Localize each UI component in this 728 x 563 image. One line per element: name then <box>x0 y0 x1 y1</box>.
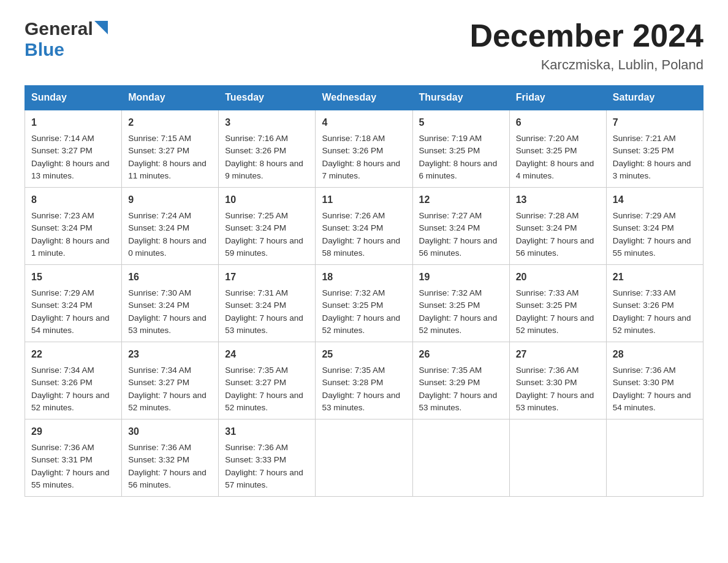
daylight-text: Daylight: 8 hours and 9 minutes. <box>225 159 303 180</box>
day-number: 23 <box>128 347 212 362</box>
day-number: 29 <box>31 424 115 439</box>
calendar-cell <box>316 419 412 497</box>
days-header-row: SundayMondayTuesdayWednesdayThursdayFrid… <box>25 86 703 110</box>
sunrise-text: Sunrise: 7:20 AM <box>516 134 579 143</box>
sunrise-text: Sunrise: 7:36 AM <box>613 366 676 375</box>
sunset-text: Sunset: 3:24 PM <box>128 301 189 310</box>
day-header-thursday: Thursday <box>412 86 509 110</box>
logo-general-text: General <box>25 18 93 39</box>
sunset-text: Sunset: 3:27 PM <box>225 378 286 387</box>
calendar-cell: 17Sunrise: 7:31 AMSunset: 3:24 PMDayligh… <box>219 265 316 342</box>
logo: General Blue <box>25 18 108 60</box>
sunrise-text: Sunrise: 7:29 AM <box>613 211 676 220</box>
day-number: 3 <box>225 115 309 130</box>
daylight-text: Daylight: 7 hours and 53 minutes. <box>516 391 594 412</box>
calendar-cell: 11Sunrise: 7:26 AMSunset: 3:24 PMDayligh… <box>316 188 412 265</box>
sunrise-text: Sunrise: 7:19 AM <box>419 134 482 143</box>
daylight-text: Daylight: 7 hours and 53 minutes. <box>322 391 400 412</box>
sunrise-text: Sunrise: 7:35 AM <box>225 366 288 375</box>
calendar-cell: 10Sunrise: 7:25 AMSunset: 3:24 PMDayligh… <box>219 188 316 265</box>
day-header-sunday: Sunday <box>25 86 122 110</box>
sunset-text: Sunset: 3:26 PM <box>31 378 93 387</box>
day-number: 8 <box>31 193 115 207</box>
calendar-cell <box>509 419 606 497</box>
sunrise-text: Sunrise: 7:34 AM <box>31 366 94 375</box>
sunset-text: Sunset: 3:24 PM <box>225 301 286 310</box>
sunset-text: Sunset: 3:26 PM <box>322 146 383 155</box>
calendar-week-1: 1Sunrise: 7:14 AMSunset: 3:27 PMDaylight… <box>25 110 703 188</box>
sunrise-text: Sunrise: 7:35 AM <box>322 366 385 375</box>
daylight-text: Daylight: 7 hours and 52 minutes. <box>31 391 110 412</box>
calendar-cell: 13Sunrise: 7:28 AMSunset: 3:24 PMDayligh… <box>509 188 606 265</box>
calendar-cell: 20Sunrise: 7:33 AMSunset: 3:25 PMDayligh… <box>509 265 606 342</box>
sunset-text: Sunset: 3:24 PM <box>322 223 383 232</box>
sunset-text: Sunset: 3:27 PM <box>128 146 189 155</box>
day-number: 15 <box>31 270 115 285</box>
daylight-text: Daylight: 7 hours and 54 minutes. <box>613 391 691 412</box>
sunset-text: Sunset: 3:28 PM <box>322 378 383 387</box>
calendar-cell: 4Sunrise: 7:18 AMSunset: 3:26 PMDaylight… <box>316 110 412 188</box>
calendar-cell: 9Sunrise: 7:24 AMSunset: 3:24 PMDaylight… <box>122 188 219 265</box>
sunrise-text: Sunrise: 7:24 AM <box>128 211 191 220</box>
daylight-text: Daylight: 7 hours and 52 minutes. <box>419 313 498 335</box>
sunset-text: Sunset: 3:25 PM <box>613 146 674 155</box>
sunset-text: Sunset: 3:24 PM <box>128 223 189 232</box>
sunrise-text: Sunrise: 7:33 AM <box>516 288 579 297</box>
day-number: 20 <box>516 270 600 285</box>
page-header: General Blue December 2024 Karczmiska, L… <box>25 18 703 73</box>
sunset-text: Sunset: 3:24 PM <box>516 223 577 232</box>
daylight-text: Daylight: 7 hours and 58 minutes. <box>322 236 400 258</box>
day-number: 26 <box>419 347 503 362</box>
sunrise-text: Sunrise: 7:31 AM <box>225 288 288 297</box>
day-number: 11 <box>322 193 406 207</box>
calendar-cell: 14Sunrise: 7:29 AMSunset: 3:24 PMDayligh… <box>606 188 703 265</box>
sunrise-text: Sunrise: 7:27 AM <box>419 211 482 220</box>
daylight-text: Daylight: 7 hours and 56 minutes. <box>128 468 207 489</box>
sunrise-text: Sunrise: 7:36 AM <box>225 443 288 452</box>
calendar-cell: 28Sunrise: 7:36 AMSunset: 3:30 PMDayligh… <box>606 342 703 419</box>
daylight-text: Daylight: 7 hours and 59 minutes. <box>225 236 303 258</box>
sunset-text: Sunset: 3:27 PM <box>128 378 189 387</box>
calendar-cell: 29Sunrise: 7:36 AMSunset: 3:31 PMDayligh… <box>25 419 122 497</box>
calendar-title-block: December 2024 Karczmiska, Lublin, Poland <box>469 18 703 73</box>
day-number: 19 <box>419 270 503 285</box>
sunset-text: Sunset: 3:31 PM <box>31 455 93 464</box>
daylight-text: Daylight: 7 hours and 52 minutes. <box>613 313 691 335</box>
calendar-week-5: 29Sunrise: 7:36 AMSunset: 3:31 PMDayligh… <box>25 419 703 497</box>
calendar-cell: 19Sunrise: 7:32 AMSunset: 3:25 PMDayligh… <box>412 265 509 342</box>
day-header-friday: Friday <box>509 86 606 110</box>
daylight-text: Daylight: 7 hours and 56 minutes. <box>516 236 594 258</box>
sunrise-text: Sunrise: 7:15 AM <box>128 134 191 143</box>
daylight-text: Daylight: 7 hours and 53 minutes. <box>128 313 207 335</box>
calendar-cell: 3Sunrise: 7:16 AMSunset: 3:26 PMDaylight… <box>219 110 316 188</box>
sunrise-text: Sunrise: 7:30 AM <box>128 288 191 297</box>
daylight-text: Daylight: 8 hours and 3 minutes. <box>613 159 691 180</box>
sunrise-text: Sunrise: 7:28 AM <box>516 211 579 220</box>
daylight-text: Daylight: 7 hours and 55 minutes. <box>613 236 691 258</box>
calendar-cell: 27Sunrise: 7:36 AMSunset: 3:30 PMDayligh… <box>509 342 606 419</box>
sunrise-text: Sunrise: 7:33 AM <box>613 288 676 297</box>
sunrise-text: Sunrise: 7:36 AM <box>128 443 191 452</box>
sunset-text: Sunset: 3:30 PM <box>613 378 674 387</box>
day-number: 5 <box>419 115 503 130</box>
sunrise-text: Sunrise: 7:32 AM <box>322 288 385 297</box>
sunrise-text: Sunrise: 7:14 AM <box>31 134 94 143</box>
sunrise-text: Sunrise: 7:32 AM <box>419 288 482 297</box>
sunrise-text: Sunrise: 7:25 AM <box>225 211 288 220</box>
day-number: 17 <box>225 270 309 285</box>
calendar-cell: 23Sunrise: 7:34 AMSunset: 3:27 PMDayligh… <box>122 342 219 419</box>
sunset-text: Sunset: 3:30 PM <box>516 378 577 387</box>
day-header-monday: Monday <box>122 86 219 110</box>
calendar-week-2: 8Sunrise: 7:23 AMSunset: 3:24 PMDaylight… <box>25 188 703 265</box>
calendar-cell: 21Sunrise: 7:33 AMSunset: 3:26 PMDayligh… <box>606 265 703 342</box>
calendar-cell: 25Sunrise: 7:35 AMSunset: 3:28 PMDayligh… <box>316 342 412 419</box>
daylight-text: Daylight: 7 hours and 53 minutes. <box>225 313 303 335</box>
daylight-text: Daylight: 7 hours and 52 minutes. <box>322 313 400 335</box>
day-header-wednesday: Wednesday <box>316 86 412 110</box>
daylight-text: Daylight: 7 hours and 57 minutes. <box>225 468 303 489</box>
day-number: 4 <box>322 115 406 130</box>
sunset-text: Sunset: 3:24 PM <box>31 301 93 310</box>
daylight-text: Daylight: 7 hours and 53 minutes. <box>419 391 498 412</box>
calendar-cell: 18Sunrise: 7:32 AMSunset: 3:25 PMDayligh… <box>316 265 412 342</box>
day-number: 25 <box>322 347 406 362</box>
